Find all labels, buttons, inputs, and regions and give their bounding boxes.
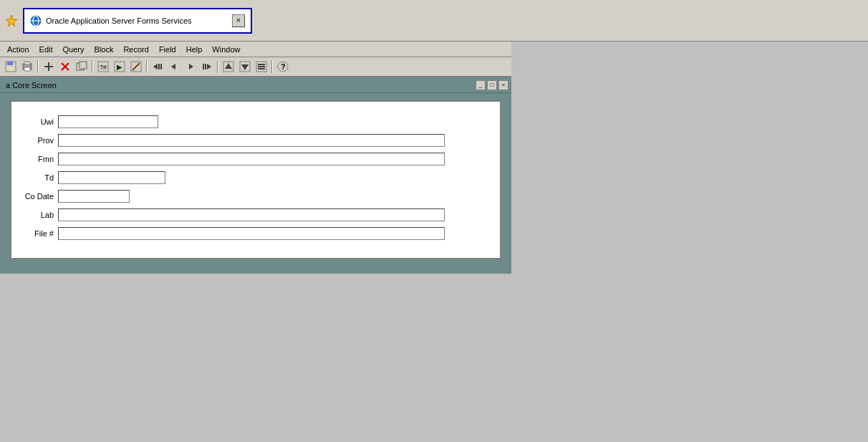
label-td: Td [19,173,58,182]
menu-window[interactable]: Window [208,44,244,55]
ie-icon [30,15,42,27]
toolbar-last-btn[interactable] [199,59,215,75]
input-codate[interactable] [58,190,130,203]
input-prov[interactable] [58,134,445,147]
label-fileno: File # [19,229,58,238]
browser-chrome: Oracle Application Server Forms Services… [0,0,868,42]
svg-marker-0 [6,15,17,27]
svg-marker-22 [153,64,158,69]
toolbar-print-btn[interactable] [19,59,35,75]
svg-marker-25 [171,64,175,69]
menu-field[interactable]: Field [155,44,180,55]
form-close-btn[interactable]: × [498,80,508,90]
svg-marker-27 [207,64,211,69]
toolbar-list-btn[interactable] [254,59,269,75]
svg-rect-29 [203,64,204,69]
svg-rect-24 [160,64,162,69]
toolbar-sep-2 [92,60,93,73]
toolbar-first-btn[interactable] [150,59,165,75]
svg-rect-6 [7,67,14,71]
input-fmn[interactable] [58,153,445,165]
menu-help[interactable]: Help [182,44,207,55]
toolbar-sep-5 [271,60,273,73]
menu-block[interactable]: Block [90,44,118,55]
menu-bar: Action Edit Query Block Record Field Hel… [0,42,511,57]
toolbar-duplicate-btn[interactable] [74,59,90,75]
form-window: a Core Screen ··························… [0,77,511,274]
browser-favicon [4,14,19,28]
svg-rect-15 [79,62,87,69]
form-title-bar: a Core Screen ··························… [0,77,511,93]
form-row-prov: Prov [19,133,486,148]
toolbar-insert-btn[interactable] [41,59,57,75]
toolbar: ?# ▶ [0,57,511,77]
label-prov: Prov [19,136,58,145]
input-td[interactable] [58,171,165,184]
toolbar-sep-3 [146,60,148,73]
svg-rect-8 [24,62,30,64]
tab-title: Oracle Application Server Forms Services [46,16,228,25]
label-codate: Co Date [19,192,58,201]
label-lab: Lab [19,211,58,219]
form-row-lab: Lab [19,208,486,222]
svg-rect-37 [258,68,265,69]
form-window-title: a Core Screen [3,81,239,90]
toolbar-delete-btn[interactable] [57,59,73,75]
form-minimize-btn[interactable]: _ [476,80,486,90]
menu-action[interactable]: Action [3,44,34,55]
browser-tab[interactable]: Oracle Application Server Forms Services… [23,8,252,34]
svg-rect-36 [258,66,265,67]
app-window: Action Edit Query Block Record Field Hel… [0,42,511,274]
toolbar-sep-1 [37,60,39,73]
input-uwi[interactable] [58,115,158,128]
label-uwi: Uwi [19,117,58,126]
svg-text:?: ? [281,62,286,71]
svg-rect-23 [158,64,160,69]
form-row-fmn: Fmn [19,152,486,166]
form-row-codate: Co Date [19,189,486,203]
svg-rect-9 [24,67,30,71]
svg-text:▶: ▶ [117,63,122,71]
toolbar-sep-4 [217,60,218,73]
toolbar-prev-btn[interactable] [166,59,182,75]
menu-edit[interactable]: Edit [35,44,57,55]
label-fmn: Fmn [19,155,58,163]
form-window-controls: _ □ × [476,80,508,90]
svg-marker-26 [189,64,193,69]
svg-rect-5 [7,62,13,65]
toolbar-next-btn[interactable] [183,59,198,75]
toolbar-execute-btn[interactable]: ▶ [112,59,127,75]
form-row-fileno: File # [19,226,486,241]
form-row-td: Td [19,170,486,185]
input-lab[interactable] [58,208,445,221]
menu-query[interactable]: Query [59,44,89,55]
svg-text:?#: ?# [100,64,107,71]
toolbar-count-btn[interactable]: ?# [95,59,111,75]
form-row-uwi: Uwi [19,115,486,129]
form-title-dots: ········································… [242,82,476,88]
input-fileno[interactable] [58,227,445,240]
tab-close-button[interactable]: × [232,14,245,27]
svg-rect-11 [48,62,49,71]
svg-rect-28 [205,64,206,69]
svg-rect-35 [258,64,265,65]
menu-record[interactable]: Record [119,44,153,55]
toolbar-scroll-up-btn[interactable] [221,59,236,75]
form-maximize-btn[interactable]: □ [487,80,497,90]
toolbar-help-btn[interactable]: ? [275,59,291,75]
toolbar-clear-btn[interactable] [128,59,144,75]
toolbar-scroll-down-btn[interactable] [237,59,253,75]
toolbar-save-btn[interactable] [3,59,19,75]
